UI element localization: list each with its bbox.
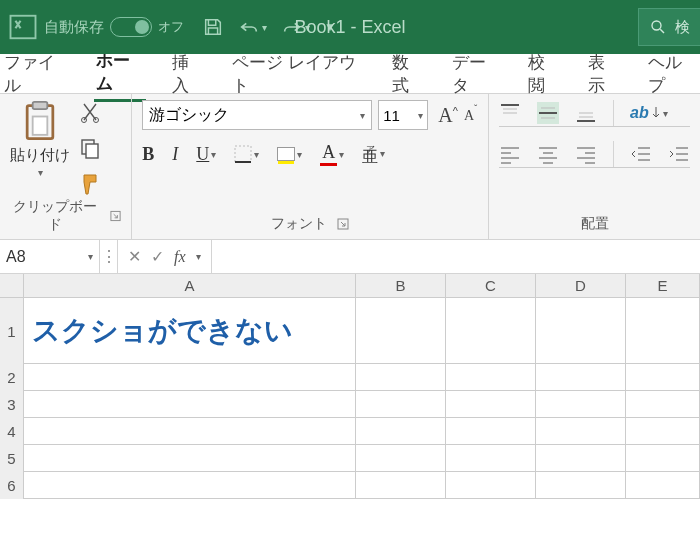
decrease-indent-icon[interactable] (630, 143, 652, 165)
grow-font-button[interactable]: A^ (438, 104, 458, 127)
font-size-value: 11 (383, 107, 400, 124)
align-right-icon[interactable] (575, 143, 597, 165)
font-color-button[interactable]: A ▾ (320, 142, 344, 166)
enter-formula-icon[interactable]: ✓ (151, 247, 164, 266)
tab-view[interactable]: 表示 (586, 47, 622, 101)
border-icon (234, 145, 252, 163)
cell-A2[interactable] (24, 364, 356, 390)
autosave-toggle-icon[interactable] (110, 17, 152, 37)
svg-rect-3 (33, 102, 48, 109)
tab-help[interactable]: ヘルプ (646, 47, 698, 101)
copy-icon[interactable] (78, 136, 102, 160)
search-placeholder: 検 (675, 18, 690, 37)
chevron-down-icon: ▾ (38, 167, 43, 178)
tab-data[interactable]: データ (450, 47, 502, 101)
ruby-icon: ア亜 (362, 147, 378, 162)
ribbon-tabs: ファイル ホーム 挿入 ページ レイアウト 数式 データ 校閲 表示 ヘルプ (0, 54, 700, 94)
row-header-1[interactable]: 1 (0, 298, 24, 364)
col-header-A[interactable]: A (24, 274, 356, 297)
group-clipboard-label: クリップボード (10, 198, 100, 234)
save-icon[interactable] (202, 16, 224, 38)
align-center-icon[interactable] (537, 143, 559, 165)
cell-A4[interactable] (24, 418, 356, 444)
row-header-2[interactable]: 2 (0, 364, 24, 391)
orientation-button[interactable]: ab ▾ (630, 104, 668, 122)
cell-A5[interactable] (24, 445, 356, 471)
group-font-label: フォント (271, 215, 327, 233)
row-header-6[interactable]: 6 (0, 472, 24, 499)
phonetic-button[interactable]: ア亜 ▾ (362, 147, 385, 162)
align-bottom-icon[interactable] (575, 102, 597, 124)
row-header-5[interactable]: 5 (0, 445, 24, 472)
font-name-value: 游ゴシック (149, 105, 229, 126)
col-header-D[interactable]: D (536, 274, 626, 297)
shrink-font-button[interactable]: Aˇ (464, 104, 477, 127)
autosave-control[interactable]: 自動保存 オフ (44, 17, 184, 37)
cut-icon[interactable] (78, 100, 102, 124)
cancel-formula-icon[interactable]: ✕ (128, 247, 141, 266)
italic-button[interactable]: I (172, 144, 178, 165)
formula-bar: A8 ▾ ⋮ ✕ ✓ fx ▾ (0, 240, 700, 274)
cell-A1[interactable]: スクショができない (24, 298, 356, 363)
align-top-icon[interactable] (499, 102, 521, 124)
rotate-arrow-icon (651, 106, 661, 120)
cell-A1-value: スクショができない (24, 298, 355, 350)
svg-rect-4 (33, 117, 48, 135)
tab-page-layout[interactable]: ページ レイアウト (230, 47, 366, 101)
fill-color-button[interactable]: ▾ (277, 147, 302, 161)
name-box-value: A8 (6, 248, 26, 266)
tab-review[interactable]: 校閲 (526, 47, 562, 101)
col-header-B[interactable]: B (356, 274, 446, 297)
autosave-state: オフ (158, 18, 184, 36)
chevron-down-icon: ▾ (418, 110, 423, 121)
select-all-corner[interactable] (0, 274, 24, 297)
name-box[interactable]: A8 ▾ (0, 240, 100, 273)
svg-point-1 (652, 21, 661, 30)
row-header-4[interactable]: 4 (0, 418, 24, 445)
cell-A6[interactable] (24, 472, 356, 498)
clipboard-icon (18, 100, 62, 144)
search-icon (649, 18, 667, 36)
col-header-E[interactable]: E (626, 274, 700, 297)
chevron-down-icon: ▾ (360, 110, 365, 121)
dialog-launcher-icon[interactable] (337, 218, 349, 230)
name-box-handle[interactable]: ⋮ (100, 240, 118, 273)
cell-D1[interactable] (536, 298, 626, 363)
formula-input[interactable] (212, 240, 700, 273)
border-button[interactable]: ▾ (234, 145, 259, 163)
underline-button[interactable]: U▾ (196, 144, 216, 165)
paste-label: 貼り付け (10, 146, 70, 165)
fx-icon[interactable]: fx (174, 248, 186, 266)
col-header-C[interactable]: C (446, 274, 536, 297)
cell-C1[interactable] (446, 298, 536, 363)
svg-rect-10 (235, 146, 251, 162)
align-left-icon[interactable] (499, 143, 521, 165)
excel-app-icon (8, 12, 38, 42)
dialog-launcher-icon[interactable] (110, 210, 121, 222)
bold-button[interactable]: B (142, 144, 154, 165)
font-size-select[interactable]: 11 ▾ (378, 100, 428, 130)
format-painter-icon[interactable] (78, 172, 102, 196)
tab-formulas[interactable]: 数式 (390, 47, 426, 101)
align-middle-icon[interactable] (537, 102, 559, 124)
increase-indent-icon[interactable] (668, 143, 690, 165)
group-clipboard: 貼り付け ▾ クリップボード (0, 94, 132, 239)
fill-bucket-icon (277, 147, 295, 161)
row-1: 1 スクショができない (0, 298, 700, 364)
cell-E1[interactable] (626, 298, 700, 363)
font-name-select[interactable]: 游ゴシック ▾ (142, 100, 372, 130)
cell-B1[interactable] (356, 298, 446, 363)
document-title: Book1 - Excel (294, 17, 405, 38)
svg-rect-8 (86, 144, 98, 158)
group-alignment: ab ▾ 配置 (489, 94, 700, 239)
cell-A3[interactable] (24, 391, 356, 417)
search-box[interactable]: 検 (638, 8, 700, 46)
row-header-3[interactable]: 3 (0, 391, 24, 418)
spreadsheet-grid[interactable]: A B C D E 1 スクショができない 2 3 4 5 6 (0, 274, 700, 499)
tab-file[interactable]: ファイル (2, 47, 70, 101)
column-headers: A B C D E (0, 274, 700, 298)
tab-insert[interactable]: 挿入 (170, 47, 206, 101)
paste-button[interactable]: 貼り付け ▾ (10, 100, 70, 196)
orientation-icon: ab (630, 104, 649, 122)
undo-button[interactable]: ▾ (238, 16, 267, 38)
